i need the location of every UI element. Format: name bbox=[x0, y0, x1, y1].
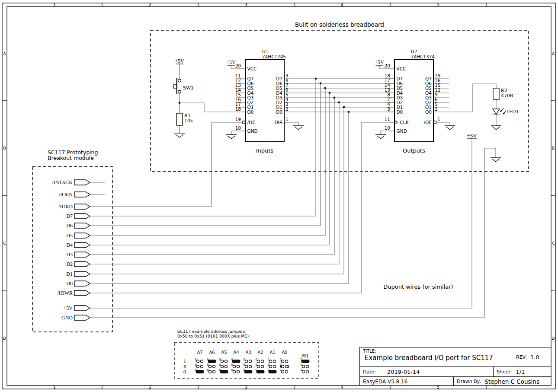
chip-caption: Outputs bbox=[403, 147, 425, 154]
grounds bbox=[174, 125, 501, 162]
jumper-col-label: A4 bbox=[233, 350, 239, 355]
pad-mark: 0 bbox=[231, 368, 233, 372]
jumper-block: SC117 example address jumpers0x50 to 0x5… bbox=[174, 329, 319, 378]
chip-ref: U1 bbox=[262, 49, 268, 54]
pad-mark: 0 bbox=[280, 358, 282, 361]
sheet-label: Sheet: bbox=[497, 369, 512, 375]
frame-col-label: 2 bbox=[149, 2, 151, 7]
pad-mark: 0 bbox=[195, 363, 197, 367]
component-ref: SW1 bbox=[183, 85, 194, 91]
resistor-r2: R2470R bbox=[493, 88, 513, 99]
wire bbox=[90, 148, 496, 318]
jumper-col-label: A2 bbox=[257, 350, 263, 355]
ground-icon bbox=[293, 125, 304, 130]
frame-col-label: 4 bbox=[341, 2, 343, 7]
breakout-pin: D0 bbox=[66, 280, 90, 287]
breakout-pin: D1 bbox=[66, 271, 90, 277]
pin-number: 3 bbox=[387, 106, 390, 112]
breakout-pin-label: /IOEN bbox=[59, 191, 73, 198]
breakout-pin: /IOWR bbox=[58, 290, 90, 296]
component-value: 470R bbox=[501, 93, 513, 99]
date-value: 2019-01-14 bbox=[387, 369, 420, 375]
breakout-pin: D4 bbox=[66, 242, 90, 248]
drawn-by-cell: Drawn By: Stephen C Cousins bbox=[454, 377, 552, 386]
drawn-by-label: Drawn By: bbox=[457, 379, 481, 384]
breakout-pin-label: D1 bbox=[66, 271, 73, 277]
title-cell: TITLE: Example breadboard I/O port for S… bbox=[360, 347, 512, 367]
jumper-col-label: A3 bbox=[245, 350, 251, 355]
pad-mark: 0 bbox=[301, 368, 302, 372]
switch-sw1: SW1 bbox=[173, 78, 194, 94]
pin-name: D0 bbox=[397, 109, 403, 115]
frame-row-label: B bbox=[3, 146, 6, 150]
vcc-flag-icon: +5V bbox=[375, 59, 384, 65]
pad-mark: 0 bbox=[268, 363, 269, 367]
breakout-pins: /INTACK/IOEN/IORDD7D6D5D4D3D2D1D0/IOWR+5… bbox=[52, 179, 90, 321]
jumper-col-label: M1 bbox=[302, 354, 309, 358]
pin-name: GND bbox=[397, 128, 407, 134]
chip-ref: U2 bbox=[411, 49, 417, 54]
pin-number: 2 bbox=[435, 106, 438, 112]
jumper-title: SC117 example address jumpers bbox=[177, 329, 245, 334]
breakout-pin: GND bbox=[61, 315, 90, 321]
frame-col-label: 5 bbox=[437, 2, 439, 7]
wire bbox=[436, 122, 450, 125]
pad-mark: 0 bbox=[219, 358, 221, 361]
pin-name: Q0 bbox=[425, 109, 432, 115]
breakout-pin-label: D6 bbox=[66, 223, 73, 229]
jumper-col-label: A7 bbox=[197, 350, 202, 355]
notes: Dupont wires (or similar) bbox=[383, 284, 453, 290]
vcc-flag-icon: +5V bbox=[226, 59, 236, 65]
title-block: TITLE: Example breadboard I/O port for S… bbox=[359, 347, 552, 386]
frame-col-label: 3 bbox=[245, 2, 247, 7]
power-flags: +5V+5V+5V+5V bbox=[175, 58, 477, 139]
pad-mark: 0 bbox=[280, 368, 282, 372]
jumper-col-label: A0 bbox=[282, 350, 287, 355]
breakout-pin-label: D7 bbox=[66, 213, 73, 219]
ground-icon bbox=[445, 125, 455, 130]
breakout-pin-label: GND bbox=[61, 315, 73, 321]
breakout-pin-label: /IOWR bbox=[58, 290, 73, 296]
pin-number: 20 bbox=[385, 63, 390, 68]
sheet-cell: Sheet: 1/1 bbox=[494, 367, 552, 376]
pin-name: CLK bbox=[400, 120, 409, 125]
pad-mark: 0 bbox=[268, 358, 269, 361]
jumper-row-label: 0 bbox=[183, 369, 186, 374]
pin-number: 19 bbox=[235, 117, 241, 122]
frame-col-label: 2 bbox=[149, 385, 151, 389]
frame-row-label: A bbox=[552, 51, 555, 56]
frame-col-label: 1 bbox=[53, 385, 56, 389]
breakout-pin: D3 bbox=[66, 252, 90, 258]
ground-icon bbox=[375, 134, 386, 139]
breakout-pin: /INTACK bbox=[52, 179, 90, 185]
wire bbox=[90, 122, 386, 293]
resistor-r1: R110k bbox=[176, 113, 193, 125]
component-ref: LED1 bbox=[507, 109, 519, 115]
frame-col-label: 3 bbox=[245, 385, 247, 389]
frame-row-label: C bbox=[552, 241, 555, 245]
pin-number: 20 bbox=[235, 63, 241, 68]
pad-mark: 0 bbox=[207, 368, 209, 372]
vcc-flag-label: +5V bbox=[175, 58, 184, 64]
jumper-title: 0x50 to 0x51 (0101 000X plus M1) bbox=[177, 334, 249, 338]
schematic-canvas: 1122334455AABBCCDDBuilt on solderless br… bbox=[0, 0, 558, 392]
wire bbox=[90, 93, 330, 245]
frame-row-label: B bbox=[552, 146, 555, 150]
breakout-pin: /IORD bbox=[58, 204, 90, 210]
wire bbox=[90, 88, 325, 236]
breakout-pin: D6 bbox=[66, 223, 90, 229]
breakout-pin: D2 bbox=[66, 261, 90, 267]
wire bbox=[90, 112, 349, 284]
ground-icon bbox=[174, 133, 185, 137]
breakout-pin-label: D2 bbox=[66, 261, 73, 267]
jumper-col-label: A5 bbox=[221, 350, 227, 355]
frame-col-label: 4 bbox=[341, 385, 343, 389]
jumper-row-label: 1 bbox=[183, 359, 186, 364]
wire bbox=[284, 122, 298, 125]
breakout-pin-label: +5V bbox=[64, 305, 73, 311]
pad-mark: 0 bbox=[256, 363, 257, 367]
breakout-pin-label: D5 bbox=[66, 233, 73, 239]
ic-u1: U174HCT245Inputs20VCC11Q712Q613Q514Q415Q… bbox=[235, 49, 289, 154]
chip-caption: Inputs bbox=[256, 147, 274, 154]
jumper-col-label: A6 bbox=[209, 350, 215, 355]
